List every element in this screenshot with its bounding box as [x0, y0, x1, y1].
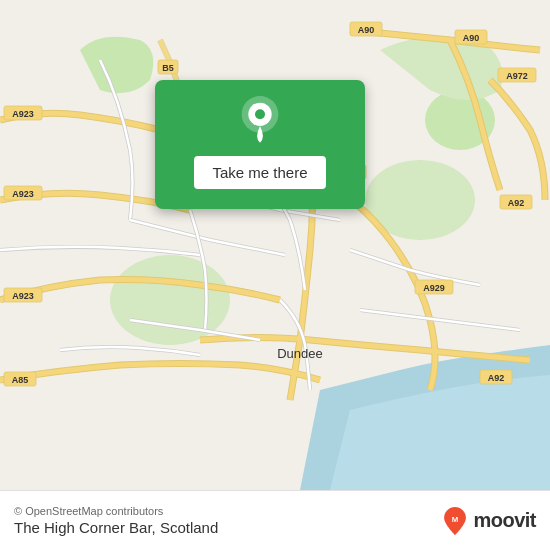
svg-text:A923: A923 [12, 109, 34, 119]
svg-text:A972: A972 [506, 71, 528, 81]
svg-text:M: M [452, 514, 458, 523]
map-container: A923 A923 A923 A90 A90 A972 A929 A929 A9… [0, 0, 550, 490]
svg-text:A92: A92 [508, 198, 525, 208]
moovit-text-label: moovit [473, 509, 536, 532]
bottom-bar: © OpenStreetMap contributors The High Co… [0, 490, 550, 550]
place-name: The High Corner Bar, Scotland [14, 519, 218, 536]
location-card[interactable]: Take me there [155, 80, 365, 209]
svg-text:A90: A90 [463, 33, 480, 43]
svg-text:A90: A90 [358, 25, 375, 35]
moovit-logo: M moovit [441, 507, 536, 535]
svg-text:A92: A92 [488, 373, 505, 383]
location-pin-icon [235, 96, 285, 146]
take-me-there-button[interactable]: Take me there [194, 156, 325, 189]
svg-text:A923: A923 [12, 291, 34, 301]
svg-text:A85: A85 [12, 375, 29, 385]
svg-text:B5: B5 [162, 63, 174, 73]
svg-text:A929: A929 [423, 283, 445, 293]
city-label: Dundee [277, 346, 323, 361]
bottom-left-info: © OpenStreetMap contributors The High Co… [14, 505, 218, 536]
svg-text:A923: A923 [12, 189, 34, 199]
osm-attribution: © OpenStreetMap contributors [14, 505, 218, 517]
svg-point-30 [255, 109, 265, 119]
moovit-pin-icon: M [441, 507, 469, 535]
